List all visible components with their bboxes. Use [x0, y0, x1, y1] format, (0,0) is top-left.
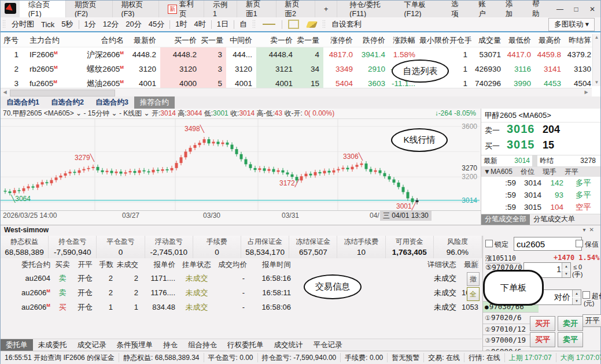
- cancel-order-button[interactable]: 撤: [467, 272, 480, 286]
- custom-arbitrage-button[interactable]: 自设套利: [328, 19, 365, 29]
- quote-row[interactable]: 2rb2605M螺纹2605M3120312033120312134334929…: [1, 62, 600, 76]
- column-header[interactable]: 跌停价: [357, 34, 389, 47]
- lock-checkbox[interactable]: 锁定: [485, 240, 508, 250]
- page-tab[interactable]: 期货页(F2): [66, 1, 112, 17]
- sell-close-button[interactable]: 卖平: [558, 332, 583, 347]
- column-header[interactable]: 涨停价: [323, 34, 357, 47]
- orders-column-header[interactable]: 手数: [99, 258, 116, 271]
- dock-tab[interactable]: 持仓: [158, 339, 183, 351]
- quantity-value[interactable]: 1: [556, 265, 561, 274]
- checkbox-icon[interactable]: [582, 291, 590, 299]
- tick-trade-tab[interactable]: 分笔成交大单: [530, 214, 578, 225]
- checkbox-icon[interactable]: [576, 240, 583, 247]
- column-header[interactable]: 主力合约: [23, 34, 75, 47]
- column-header[interactable]: 合约名: [75, 34, 128, 47]
- eraser-icon[interactable]: [306, 21, 318, 28]
- multi-chart-link-button[interactable]: 多图联动 ▾: [548, 18, 595, 31]
- collapse-icon[interactable]: ▾: [583, 226, 589, 233]
- watchlist-tab[interactable]: 自选合约1: [1, 96, 45, 109]
- tick-trade-tab[interactable]: 分笔成交全部: [481, 214, 530, 225]
- page-tab[interactable]: 综合页(F1): [20, 1, 66, 17]
- column-header[interactable]: 买一量: [201, 34, 226, 47]
- toolbar-grip[interactable]: [252, 20, 256, 29]
- page-tab[interactable]: +: [315, 1, 337, 17]
- period-button[interactable]: 5秒: [58, 19, 76, 29]
- menu-item[interactable]: 账户: [471, 1, 498, 17]
- scroll-right-icon[interactable]: ▶: [582, 89, 590, 96]
- open-close-toggle-button[interactable]: 开平: [582, 314, 601, 327]
- spin-down-icon[interactable]: ▼: [572, 298, 581, 304]
- hedge-checkbox[interactable]: 保值: [576, 240, 599, 250]
- menu-item[interactable]: 选项: [444, 1, 471, 17]
- checkbox-icon[interactable]: [485, 240, 493, 247]
- order-row[interactable]: au2604卖开仓221171....未成交-16:58:16未成交0.: [1, 271, 482, 285]
- dock-tab[interactable]: 委托单: [1, 339, 33, 351]
- page-tab[interactable]: 示例1: [204, 1, 237, 17]
- column-header[interactable]: 最高价: [535, 34, 565, 47]
- period-button[interactable]: 分时图: [8, 19, 38, 29]
- orders-column-header[interactable]: 开平: [75, 258, 99, 271]
- dock-tab[interactable]: 平仓记录: [308, 339, 348, 351]
- cancel-all-button[interactable]: 全: [467, 287, 480, 301]
- column-header[interactable]: 涨跌幅: [389, 34, 419, 47]
- quotes-vertical-scrollbar[interactable]: ▲ ▼: [592, 34, 600, 86]
- column-header[interactable]: 序号: [1, 34, 23, 47]
- dock-tab[interactable]: 行权委托单: [222, 339, 269, 351]
- orders-column-header[interactable]: 报单时间: [248, 258, 294, 271]
- quote-row[interactable]: 1IF2606M沪深2606M4448.24448.23444...4448.4…: [1, 47, 600, 62]
- watchlist-tab[interactable]: 自选合约3: [90, 96, 134, 109]
- column-header[interactable]: 昨结算: [565, 34, 595, 47]
- scrollbar-thumb[interactable]: [10, 90, 115, 96]
- dock-tab[interactable]: 条件预埋单: [112, 339, 158, 351]
- period-button[interactable]: 1时: [172, 19, 190, 29]
- column-header[interactable]: 最小限价开仓手数: [419, 34, 471, 47]
- page-tab[interactable]: 新页面1: [237, 1, 276, 17]
- orders-column-header[interactable]: 委托合约: [1, 258, 54, 271]
- dock-tab[interactable]: 组合持仓: [183, 339, 222, 351]
- menu-item[interactable]: 持仓/委托(F11): [342, 1, 396, 17]
- bid-row[interactable]: 买一 3015 15: [481, 138, 600, 154]
- page-tab[interactable]: 新套利页: [159, 1, 204, 17]
- column-header[interactable]: 卖一价: [256, 34, 297, 47]
- ask-row[interactable]: 卖一 3016 204: [481, 122, 600, 138]
- orders-column-header[interactable]: 成交均价: [218, 258, 248, 271]
- scroll-down-icon[interactable]: ▼: [593, 79, 600, 86]
- orders-column-header[interactable]: 报单价: [142, 258, 179, 271]
- menu-item[interactable]: 帮助: [525, 1, 552, 17]
- close-icon[interactable]: ✕: [584, 5, 600, 13]
- dock-tab[interactable]: 未成委托: [33, 339, 72, 351]
- quotes-horizontal-scrollbar[interactable]: ◀ ▶: [1, 88, 592, 96]
- minimize-icon[interactable]: —: [552, 5, 568, 13]
- page-tab[interactable]: 期权页(F3): [113, 1, 159, 17]
- orders-column-header[interactable]: 未成交: [116, 258, 142, 271]
- spin-up-icon[interactable]: ▲: [572, 290, 581, 297]
- sell-open-button[interactable]: 卖开: [558, 316, 583, 331]
- watchlist-tab[interactable]: 推荐合约: [134, 96, 175, 109]
- dock-tab[interactable]: 成交统计: [269, 339, 308, 351]
- period-button[interactable]: 45分: [145, 19, 168, 29]
- order-row[interactable]: au2606M卖开仓221176....未成交-16:58:11未成交1053: [1, 285, 482, 300]
- period-button[interactable]: 20分: [122, 19, 145, 29]
- orders-column-header[interactable]: 详细状态: [424, 258, 460, 271]
- orders-column-header[interactable]: 买卖: [54, 258, 75, 271]
- dock-tab[interactable]: 成交记录: [72, 339, 112, 351]
- period-button[interactable]: 1分: [81, 19, 99, 29]
- toolbar-grip[interactable]: [2, 20, 6, 29]
- orders-column-header[interactable]: 挂单状态: [179, 258, 218, 271]
- scroll-left-icon[interactable]: ◀: [1, 89, 9, 96]
- column-header[interactable]: 最低价: [505, 34, 535, 47]
- toolbar-grip[interactable]: [322, 20, 326, 29]
- period-button[interactable]: Tick: [38, 20, 58, 29]
- column-header[interactable]: 买一价: [160, 34, 201, 47]
- maximize-icon[interactable]: □: [568, 5, 584, 13]
- order-row[interactable]: au2606M买开仓11834.48未成交-16:58:06未成交1053: [1, 300, 482, 314]
- instrument-dropdown[interactable]: ▼MA605: [484, 167, 512, 177]
- contract-code-input[interactable]: [514, 237, 582, 251]
- menu-item[interactable]: 添加: [498, 1, 525, 17]
- buy-close-button[interactable]: 买平: [530, 332, 555, 347]
- period-button[interactable]: 1日: [213, 19, 232, 29]
- watchlist-tab[interactable]: 自选合约2: [45, 96, 90, 109]
- dock-controls[interactable]: ▾✕: [583, 226, 598, 233]
- scroll-up-icon[interactable]: ▲: [593, 34, 600, 41]
- menu-item[interactable]: 下单板(F12): [397, 1, 444, 17]
